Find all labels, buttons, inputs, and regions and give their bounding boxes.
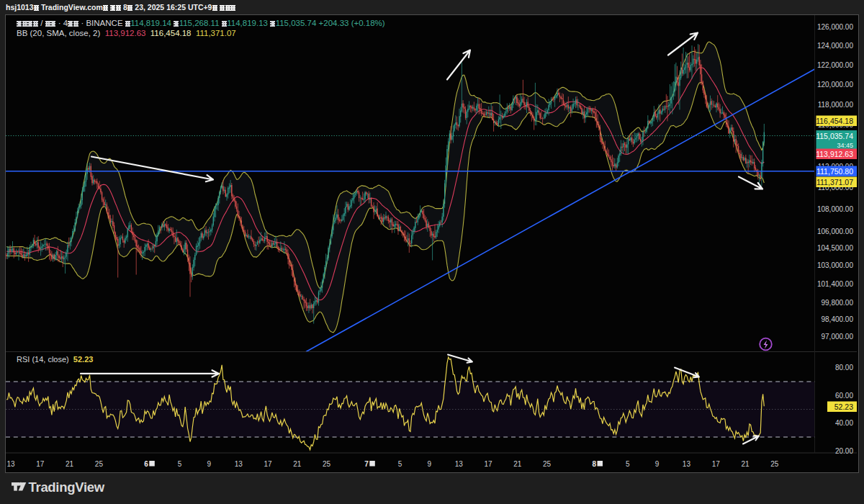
svg-text:9: 9 [655,459,660,467]
svg-text:103,000.00: 103,000.00 [817,261,853,269]
svg-text:115,035.74: 115,035.74 [816,131,853,140]
svg-text:5: 5 [178,459,182,467]
svg-text:99,800.00: 99,800.00 [822,299,854,307]
svg-text:40.00: 40.00 [835,419,853,427]
svg-text:25: 25 [95,459,104,467]
svg-text:TradingView: TradingView [29,480,105,495]
svg-text:108,000.00: 108,000.00 [817,205,853,213]
svg-text:113,912.63: 113,912.63 [816,149,853,158]
svg-text:120,000.00: 120,000.00 [817,81,853,89]
svg-text:101,400.00: 101,400.00 [817,279,853,287]
svg-text:111,371.07: 111,371.07 [816,177,853,186]
svg-text:25: 25 [323,459,331,467]
svg-text:118,000.00: 118,000.00 [818,100,854,108]
svg-text:13: 13 [683,459,691,467]
svg-text:111,750.80: 111,750.80 [816,166,853,175]
svg-text:13: 13 [6,459,15,467]
svg-text:5: 5 [626,459,630,467]
svg-text:21: 21 [66,459,74,467]
svg-text:124,000.00: 124,000.00 [817,42,853,50]
svg-text:21: 21 [513,459,522,467]
svg-text:34:45: 34:45 [837,141,853,148]
svg-text:126,000.00: 126,000.00 [817,23,853,31]
svg-text:8: 8 [593,459,597,467]
svg-text:116,454.18: 116,454.18 [816,116,853,125]
svg-text:9: 9 [207,459,212,467]
svg-text:5: 5 [398,459,402,467]
svg-text:52.23: 52.23 [834,402,853,410]
svg-text:17: 17 [264,459,272,467]
svg-text:7: 7 [364,459,369,467]
svg-text:20.00: 20.00 [835,446,853,454]
svg-text:122,000.00: 122,000.00 [817,61,853,69]
svg-text:25: 25 [543,459,552,467]
svg-text:106,000.00: 106,000.00 [817,228,853,235]
svg-text:17: 17 [712,459,721,467]
svg-text:80.00: 80.00 [835,364,853,372]
svg-text:21: 21 [293,459,302,467]
svg-text:104,500.00: 104,500.00 [817,244,853,252]
svg-text:97,000.00: 97,000.00 [822,332,854,340]
svg-text:98,400.00: 98,400.00 [822,315,854,323]
svg-text:13: 13 [235,459,243,467]
svg-text:25: 25 [770,459,779,467]
svg-text:13: 13 [455,459,464,467]
svg-text:60.00: 60.00 [835,391,853,399]
svg-text:9: 9 [428,459,432,467]
svg-text:17: 17 [36,459,45,467]
svg-text:21: 21 [741,459,750,467]
svg-text:6: 6 [144,459,148,467]
svg-text:17: 17 [484,459,492,467]
